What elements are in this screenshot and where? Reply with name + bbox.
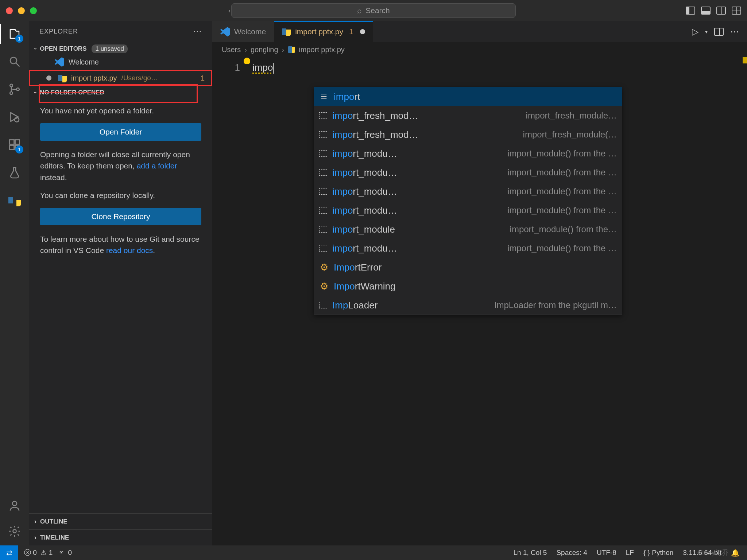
autocomplete-item[interactable]: ⚙ImportError	[314, 258, 622, 277]
autocomplete-item[interactable]: import_fresh_mod…import_fresh_module…	[314, 106, 622, 125]
toggle-panel-icon[interactable]	[701, 7, 711, 15]
autocomplete-label: import_module	[332, 224, 395, 235]
read-docs-link[interactable]: read our docs	[106, 246, 153, 254]
window-controls	[6, 7, 37, 14]
autocomplete-popup[interactable]: importimport_fresh_mod…import_fresh_modu…	[314, 87, 622, 315]
no-folder-section[interactable]: › NO FOLDER OPENED	[29, 86, 212, 98]
svg-point-2	[10, 92, 13, 95]
class-icon: ⚙	[319, 281, 329, 292]
search-icon: ⌕	[357, 6, 362, 15]
autocomplete-item[interactable]: import	[314, 87, 622, 106]
autocomplete-item[interactable]: ⚙ImportWarning	[314, 277, 622, 296]
autocomplete-item[interactable]: import_modu…import_module() from the …	[314, 144, 622, 163]
lightbulb-icon[interactable]	[244, 58, 250, 64]
autocomplete-item[interactable]: import_modu…import_module() from the …	[314, 163, 622, 182]
watermark-user: Cindy与乔	[697, 548, 729, 557]
autocomplete-hint: import_fresh_module(…	[523, 129, 617, 140]
unsaved-badge: 1 unsaved	[92, 44, 127, 53]
class-icon: ⚙	[319, 262, 329, 273]
status-indentation[interactable]: Spaces: 4	[556, 549, 587, 557]
timeline-section[interactable]: › TIMELINE	[29, 529, 212, 545]
text-cursor	[273, 63, 274, 74]
autocomplete-item[interactable]: import_modu…import_module() from the …	[314, 239, 622, 258]
python-icon	[8, 194, 21, 206]
status-problems[interactable]: ⓧ 0 ⚠ 1	[24, 548, 53, 557]
status-cursor-position[interactable]: Ln 1, Col 5	[514, 549, 547, 557]
maximize-window-icon[interactable]	[30, 7, 37, 14]
docs-hint: To learn more about how to use Git and s…	[40, 233, 201, 256]
autocomplete-label: ImportError	[334, 262, 382, 273]
activity-extensions[interactable]: 1	[7, 137, 22, 152]
status-encoding[interactable]: UTF-8	[597, 549, 616, 557]
open-editor-current-file[interactable]: import pptx.py /Users/go… 1	[29, 70, 212, 86]
autocomplete-hint: import_module() from the …	[507, 186, 617, 197]
autocomplete-hint: import_module() from the …	[507, 167, 617, 178]
line-gutter: 1	[212, 57, 252, 545]
chevron-down-icon: ›	[32, 48, 39, 50]
toggle-primary-sidebar-icon[interactable]	[686, 7, 695, 15]
breadcrumb[interactable]: Users› gongling› import pptx.py	[212, 42, 747, 57]
command-center-search[interactable]: ⌕ Search	[231, 3, 516, 18]
tab-more-icon[interactable]: ⋯	[730, 27, 739, 37]
outline-section[interactable]: › OUTLINE	[29, 513, 212, 529]
status-eol[interactable]: LF	[626, 549, 634, 557]
run-icon[interactable]: ▷	[692, 27, 698, 37]
autocomplete-item[interactable]: import_fresh_mod…import_fresh_module(…	[314, 125, 622, 144]
close-window-icon[interactable]	[6, 7, 13, 14]
autocomplete-label: ImpLoader	[332, 300, 378, 311]
activity-run-debug[interactable]	[7, 109, 22, 125]
autocomplete-label: import_modu…	[332, 205, 397, 216]
svg-point-0	[10, 57, 17, 64]
editor-tabs: Welcome import pptx.py 1 ▷ ▾ ⋯	[212, 21, 747, 42]
overview-ruler-warning[interactable]	[743, 57, 747, 63]
remote-indicator[interactable]: ⇄	[0, 545, 18, 560]
keyword-icon	[319, 92, 329, 101]
activity-accounts[interactable]	[7, 498, 22, 513]
autocomplete-item[interactable]: import_moduleimport_module() from the…	[314, 220, 622, 239]
snippet-icon	[319, 131, 327, 138]
chevron-down-icon: ›	[32, 92, 39, 93]
activity-python[interactable]	[7, 192, 22, 208]
toggle-secondary-sidebar-icon[interactable]	[716, 7, 726, 15]
open-folder-hint: Opening a folder will close all currentl…	[40, 149, 201, 183]
open-editors-section[interactable]: › OPEN EDITORS 1 unsaved	[29, 42, 212, 54]
autocomplete-hint: import_fresh_module…	[526, 110, 617, 121]
autocomplete-label: import_modu…	[332, 148, 397, 159]
snippet-icon	[319, 302, 327, 308]
open-folder-button[interactable]: Open Folder	[40, 123, 201, 141]
unsaved-dot-icon[interactable]	[360, 29, 365, 34]
snippet-icon	[319, 245, 327, 252]
activity-bar: 1 1	[0, 21, 29, 545]
customize-layout-icon[interactable]	[732, 7, 741, 15]
status-language[interactable]: { } Python	[643, 549, 673, 557]
snippet-icon	[319, 112, 327, 119]
open-editor-welcome[interactable]: Welcome	[29, 54, 212, 70]
minimize-window-icon[interactable]	[18, 7, 25, 14]
status-notifications-icon[interactable]: 🔔	[731, 549, 740, 557]
status-ports[interactable]: ᯤ 0	[59, 549, 72, 557]
unsaved-dot-icon	[46, 75, 51, 81]
split-editor-icon[interactable]	[714, 28, 724, 36]
activity-source-control[interactable]	[7, 82, 22, 97]
explorer-badge: 1	[15, 35, 23, 43]
svg-rect-5	[10, 140, 14, 144]
activity-testing[interactable]	[7, 165, 22, 180]
autocomplete-item[interactable]: import_modu…import_module() from the …	[314, 201, 622, 220]
clone-repository-button[interactable]: Clone Repository	[40, 208, 201, 225]
clone-hint: You can clone a repository locally.	[40, 190, 201, 201]
sidebar-more-icon[interactable]: ⋯	[193, 26, 202, 36]
activity-settings[interactable]	[7, 524, 22, 539]
add-folder-link[interactable]: add a folder	[137, 162, 177, 170]
run-dropdown-icon[interactable]: ▾	[705, 29, 708, 35]
python-file-icon	[58, 74, 67, 82]
code-content[interactable]: impo	[252, 57, 274, 545]
tab-welcome[interactable]: Welcome	[212, 21, 274, 42]
activity-search[interactable]	[7, 54, 22, 69]
snippet-icon	[319, 169, 327, 176]
tab-current-file[interactable]: import pptx.py 1	[274, 21, 373, 42]
autocomplete-hint: import_module() from the …	[507, 243, 617, 253]
autocomplete-item[interactable]: import_modu…import_module() from the …	[314, 182, 622, 201]
activity-explorer[interactable]: 1	[7, 26, 22, 42]
autocomplete-item[interactable]: ImpLoaderImpLoader from the pkgutil m…	[314, 296, 622, 315]
autocomplete-label: import_fresh_mod…	[332, 129, 418, 140]
